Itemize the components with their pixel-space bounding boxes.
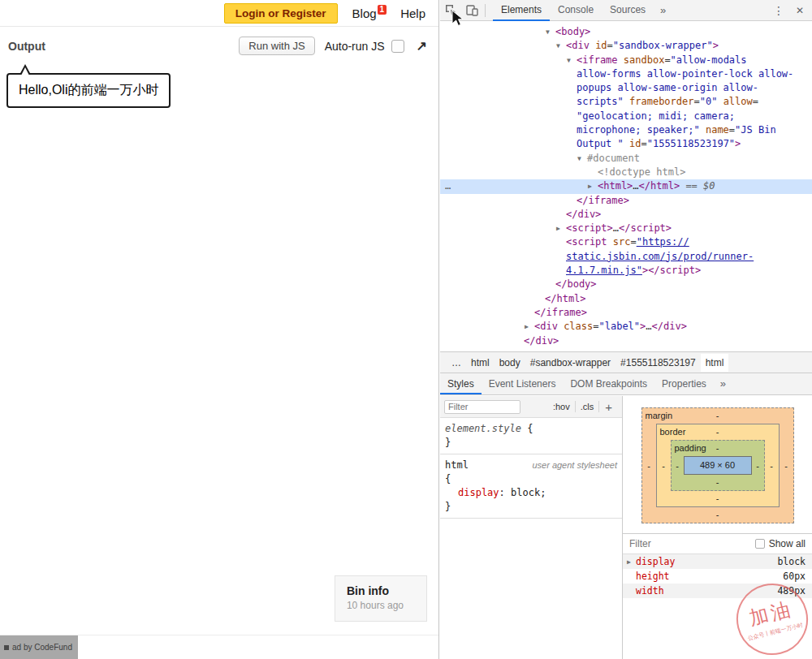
inspect-element-icon[interactable]: [440, 0, 461, 21]
bin-info-title: Bin info: [347, 584, 404, 597]
blog-link[interactable]: Blog1: [352, 6, 387, 20]
collapse-arrow-icon[interactable]: ▶: [556, 222, 566, 235]
css-declaration[interactable]: display: block;: [445, 486, 617, 500]
dom-tree-node[interactable]: </div>: [440, 334, 812, 348]
breadcrumb-item[interactable]: body: [495, 354, 525, 372]
computed-property-row[interactable]: width489px: [623, 584, 812, 598]
dom-tree-node[interactable]: popups allow-same-origin allow-: [440, 81, 812, 95]
dom-tree-node[interactable]: …▶<html>…</html> == $0: [440, 179, 812, 193]
devtools-toolbar: ElementsConsoleSources » ⋮ ✕: [440, 0, 812, 21]
dom-tree-node[interactable]: ▶<div class="label">…</div>: [440, 320, 812, 334]
expand-arrow-icon[interactable]: ▼: [577, 152, 587, 166]
autorun-label: Auto-run JS: [325, 40, 385, 53]
collapse-arrow-icon[interactable]: ▶: [525, 320, 534, 334]
codefund-ad[interactable]: ad by CodeFund: [0, 635, 78, 659]
box-model-padding[interactable]: padding- - 489 × 60 - -: [671, 440, 765, 491]
box-model-margin[interactable]: margin- - border- - padding- -: [641, 407, 794, 523]
show-all-checkbox[interactable]: [755, 539, 765, 549]
border-bottom-value[interactable]: -: [716, 493, 719, 503]
dom-tree-node[interactable]: <!doctype html>: [440, 166, 812, 179]
dom-tree-node[interactable]: ▼<div id="sandbox-wrapper">: [440, 39, 812, 53]
computed-property-row[interactable]: height60px: [623, 569, 812, 584]
element-style-rule[interactable]: element.style { }: [440, 418, 622, 454]
dom-tree-node[interactable]: allow-forms allow-pointer-lock allow-: [440, 67, 812, 81]
dom-tree-node[interactable]: ▼<body>: [440, 25, 812, 39]
breadcrumb-item[interactable]: …: [447, 354, 466, 372]
breadcrumb-item[interactable]: html: [466, 354, 495, 372]
devtools-panel: ElementsConsoleSources » ⋮ ✕ ▼<body>▼<di…: [440, 0, 812, 659]
jsbin-header: Login or Register Blog1 Help: [0, 0, 438, 27]
computed-filter-input[interactable]: [629, 538, 702, 549]
dom-tree-node[interactable]: 4.1.7.min.js"></script>: [440, 264, 812, 278]
new-style-rule-button[interactable]: +: [599, 400, 618, 414]
autorun-checkbox[interactable]: [391, 40, 404, 53]
dom-tree-node[interactable]: </body>: [440, 278, 812, 291]
dom-tree-node[interactable]: </html>: [440, 292, 812, 306]
devtools-close-icon[interactable]: ✕: [789, 0, 810, 21]
padding-top-value[interactable]: -: [716, 443, 719, 453]
dom-tree-node[interactable]: "geolocation; midi; camera;: [440, 110, 812, 123]
ua-rule-declarations: display: block;: [445, 486, 617, 500]
bin-info-box[interactable]: Bin info 10 hours ago: [335, 575, 427, 622]
dom-tree-node[interactable]: static.jsbin.com/js/prod/runner-: [440, 250, 812, 264]
toggle-element-state-button[interactable]: :hov: [548, 402, 575, 411]
devtools-tab-sources[interactable]: Sources: [602, 0, 654, 21]
expand-arrow-icon[interactable]: ▼: [546, 25, 555, 39]
dom-tree-node[interactable]: Output " id="1555118523197">: [440, 137, 812, 151]
margin-bottom-value[interactable]: -: [716, 510, 719, 519]
blog-badge: 1: [378, 5, 387, 15]
margin-top-value[interactable]: -: [716, 411, 719, 420]
computed-property-row[interactable]: ▶displayblock: [623, 554, 812, 569]
dom-tree-node[interactable]: ▼<iframe sandbox="allow-modals: [440, 54, 812, 67]
padding-right-value[interactable]: -: [752, 461, 764, 471]
sidebar-more-tabs-icon[interactable]: »: [714, 373, 732, 394]
border-left-value[interactable]: -: [657, 461, 671, 471]
expand-arrow-icon[interactable]: ▼: [567, 54, 577, 67]
border-right-value[interactable]: -: [765, 461, 779, 471]
box-model-content[interactable]: 489 × 60: [684, 456, 752, 475]
dom-tree-node[interactable]: <script src="https://: [440, 235, 812, 249]
collapse-arrow-icon[interactable]: ▶: [588, 179, 598, 193]
box-model-border[interactable]: border- - padding- - 489 × 60 -: [656, 424, 780, 507]
rule-selector[interactable]: html: [445, 459, 469, 471]
rule-selector[interactable]: element.style: [445, 423, 521, 434]
dom-tree-node[interactable]: </div>: [440, 208, 812, 222]
breadcrumb-item[interactable]: html: [701, 354, 729, 372]
margin-right-value[interactable]: -: [780, 461, 793, 471]
sidebar-tab-styles[interactable]: Styles: [440, 373, 482, 394]
devtools-menu-icon[interactable]: ⋮: [768, 0, 789, 21]
toggle-device-toolbar-icon[interactable]: [461, 0, 482, 21]
padding-left-value[interactable]: -: [672, 461, 684, 471]
dom-tree-node[interactable]: </iframe>: [440, 306, 812, 320]
stylesheet-origin-note: user agent stylesheet: [532, 459, 617, 472]
dom-tree-node[interactable]: scripts" frameborder="0" allow=: [440, 95, 812, 109]
breadcrumb-item[interactable]: #sandbox-wrapper: [525, 354, 615, 372]
sidebar-tab-event-listeners[interactable]: Event Listeners: [482, 373, 564, 394]
open-output-icon[interactable]: ↗: [417, 38, 427, 54]
dom-tree-node[interactable]: </iframe>: [440, 194, 812, 208]
expand-arrow-icon[interactable]: ▼: [556, 39, 566, 53]
padding-bottom-value[interactable]: -: [716, 477, 719, 487]
devtools-tab-console[interactable]: Console: [550, 0, 602, 21]
margin-left-value[interactable]: -: [642, 461, 656, 471]
breadcrumb: …htmlbody#sandbox-wrapper#1555118523197h…: [440, 351, 812, 373]
more-tabs-icon[interactable]: »: [654, 0, 672, 21]
border-top-value[interactable]: -: [716, 427, 719, 437]
sidebar-tab-dom-breakpoints[interactable]: DOM Breakpoints: [563, 373, 654, 394]
user-agent-rule[interactable]: html user agent stylesheet { display: bl…: [440, 454, 622, 519]
element-classes-button[interactable]: .cls: [576, 402, 599, 411]
codefund-logo-icon: [4, 645, 9, 650]
devtools-tab-elements[interactable]: Elements: [493, 0, 550, 21]
login-register-button[interactable]: Login or Register: [224, 3, 338, 24]
run-with-js-button[interactable]: Run with JS: [239, 37, 314, 55]
breadcrumb-item[interactable]: #1555118523197: [615, 354, 701, 372]
collapse-arrow-icon[interactable]: ▶: [627, 558, 636, 566]
help-link[interactable]: Help: [400, 6, 425, 20]
dom-tree-node[interactable]: ▶<script>…</script>: [440, 222, 812, 235]
dom-tree-node[interactable]: microphone; speaker;" name="JS Bin: [440, 123, 812, 137]
dom-tree-node[interactable]: ▼#document: [440, 152, 812, 166]
output-panel-label: Output: [8, 40, 45, 53]
brace-close: }: [445, 437, 451, 448]
styles-filter-input[interactable]: [444, 400, 520, 414]
sidebar-tab-properties[interactable]: Properties: [654, 373, 714, 394]
